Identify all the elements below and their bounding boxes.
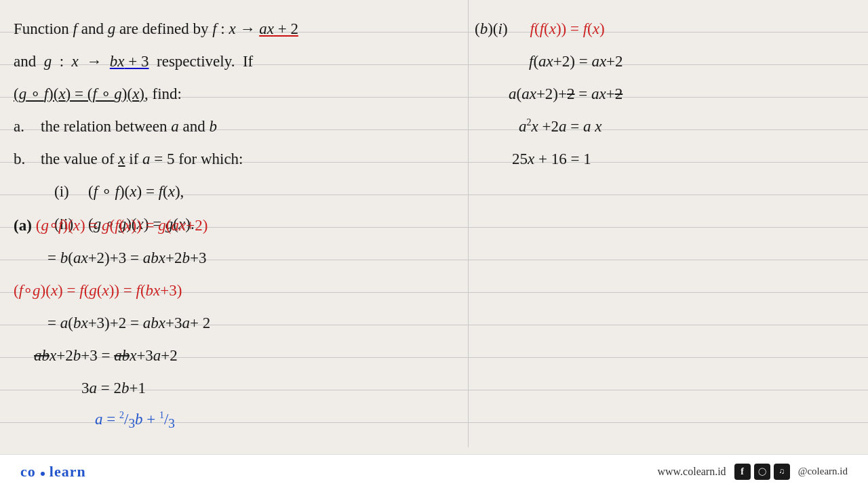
content-area: Function f and g are defined by f : x → … (0, 0, 868, 488)
social-handle: @colearn.id (798, 466, 848, 477)
page: Function f and g are defined by f : x → … (0, 0, 868, 488)
sol-bi-line2: f(ax+2) = ax+2 (475, 45, 623, 77)
sol-bi-label: (b)(i) f(f(x)) = f(x) (475, 12, 623, 45)
problem-line2: and g : x → bx + 3 respectively. If (14, 45, 298, 77)
footer: co learn www.colearn.id f ◯ ♫ @colearn.i… (0, 454, 868, 488)
problem-statement: Function f and g are defined by f : x → … (14, 12, 298, 240)
footer-website: www.colearn.id (657, 466, 726, 478)
sol-a-line3: (f∘g)(x) = f(g(x)) = f(bx+3) (14, 274, 210, 306)
part-b-i-line: (i) (f ∘ f)(x) = f(x), (14, 175, 298, 207)
sol-a-line2: = b(ax+2)+3 = abx+2b+3 (14, 241, 210, 274)
solution-b-i: (b)(i) f(f(x)) = f(x) f(ax+2) = ax+2 a(a… (475, 12, 623, 175)
sol-a-line5: abx+2b+3 = abx+3a+2 (14, 339, 210, 371)
footer-logo: co learn (20, 463, 86, 481)
part-b-line: b. the value of x if a = 5 for which: (14, 142, 298, 175)
sol-bi-line5: 25x + 16 = 1 (475, 142, 623, 175)
social-icons: f ◯ ♫ (734, 464, 790, 480)
solution-a: (a) (g∘f)(x) = g(f(x)) = g(ax+2) = b(ax+… (14, 209, 210, 436)
vertical-divider (468, 0, 469, 447)
facebook-icon: f (734, 464, 751, 480)
sol-a-line1: (a) (g∘f)(x) = g(f(x)) = g(ax+2) (14, 209, 210, 241)
sol-bi-line3: a(ax+2)+2 = ax+2 (475, 77, 623, 110)
tiktok-icon: ♫ (774, 464, 790, 480)
sol-a-line6: 3a = 2b+1 (14, 371, 210, 404)
problem-line3: (g ∘ f)(x) = (f ∘ g)(x), find: (14, 77, 298, 110)
part-a-text: the relation between a and b (41, 119, 217, 134)
footer-dot (41, 472, 45, 476)
sol-a-line4: = a(bx+3)+2 = abx+3a+ 2 (14, 306, 210, 339)
problem-line1: Function f and g are defined by f : x → … (14, 12, 298, 45)
part-a-line: a. the relation between a and b (14, 110, 298, 142)
sol-a-line7: a = 2/3b + 1/3 (14, 404, 210, 436)
instagram-icon: ◯ (754, 464, 770, 480)
sol-bi-line4: a2x +2a = a x (475, 110, 623, 142)
footer-right: www.colearn.id f ◯ ♫ @colearn.id (657, 464, 848, 480)
